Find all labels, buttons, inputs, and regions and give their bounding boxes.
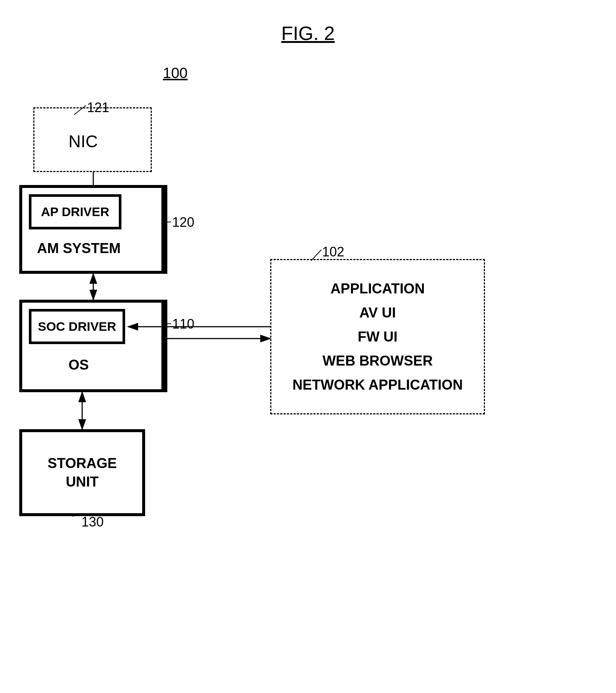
- figure-title: FIG. 2: [281, 22, 335, 44]
- label-120: 120: [172, 215, 194, 230]
- soc-driver-label: SOC DRIVER: [38, 319, 116, 334]
- app-box-content: APPLICATION AV UI FW UI WEB BROWSER NETW…: [270, 259, 485, 414]
- label-130: 130: [81, 514, 104, 530]
- label-110: 110: [172, 316, 194, 332]
- label-100: 100: [163, 65, 188, 81]
- app-text-fwui: FW UI: [358, 326, 398, 347]
- ap-driver-label: AP DRIVER: [41, 205, 110, 219]
- storage-label: STORAGEUNIT: [47, 454, 117, 491]
- app-text-webbrowser: WEB BROWSER: [322, 350, 433, 371]
- nic-label: NIC: [68, 131, 98, 151]
- diagram: FIG. 2 100 NIC 121 AP DRIVER AM SYSTEM 1…: [0, 0, 616, 693]
- label-102: 102: [322, 244, 344, 260]
- app-text-avui: AV UI: [359, 302, 396, 323]
- ap-driver-inner: AP DRIVER: [31, 197, 119, 227]
- label-121: 121: [87, 100, 109, 115]
- os-label: OS: [68, 357, 89, 373]
- soc-driver-inner: SOC DRIVER: [31, 312, 123, 342]
- app-text-networkapp: NETWORK APPLICATION: [292, 374, 463, 396]
- storage-inner: STORAGEUNIT: [22, 432, 142, 513]
- app-text-application: APPLICATION: [331, 278, 425, 299]
- am-system-label: AM SYSTEM: [37, 240, 121, 256]
